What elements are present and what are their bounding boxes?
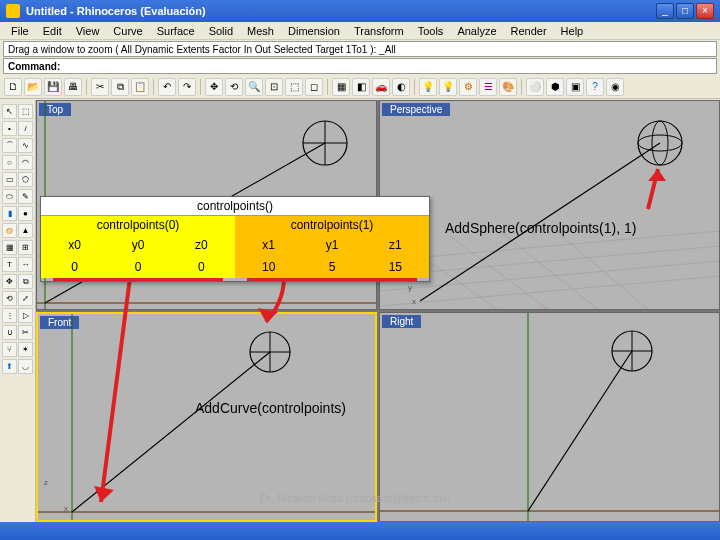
- cp0-label: controlpoints(0): [41, 216, 235, 234]
- move-icon[interactable]: ✥: [2, 274, 17, 289]
- zoom-selected-icon[interactable]: ◻: [305, 78, 323, 96]
- scale-icon[interactable]: ⤢: [18, 291, 33, 306]
- menu-analyze[interactable]: Analyze: [450, 25, 503, 37]
- pan-icon[interactable]: ✥: [205, 78, 223, 96]
- misc-icon[interactable]: ◉: [606, 78, 624, 96]
- val-x0: 0: [43, 258, 106, 276]
- hide-icon[interactable]: 💡: [439, 78, 457, 96]
- ellipse-icon[interactable]: ⬭: [2, 189, 17, 204]
- explode-icon[interactable]: ✶: [18, 342, 33, 357]
- cut-icon[interactable]: ✂: [91, 78, 109, 96]
- circle-icon[interactable]: ○: [2, 155, 17, 170]
- separator: [200, 79, 201, 95]
- layer-color-icon[interactable]: 🎨: [499, 78, 517, 96]
- window-controls: _ □ ×: [656, 3, 714, 19]
- undo-icon[interactable]: ↶: [158, 78, 176, 96]
- command-label: Command:: [4, 61, 64, 72]
- arc-icon[interactable]: ◠: [18, 155, 33, 170]
- val-z0: 0: [170, 258, 233, 276]
- menu-render[interactable]: Render: [504, 25, 554, 37]
- viewport-perspective-label: Perspective: [382, 103, 450, 116]
- render-icon[interactable]: 🚗: [372, 78, 390, 96]
- menu-tools[interactable]: Tools: [411, 25, 451, 37]
- minimize-button[interactable]: _: [656, 3, 674, 19]
- menu-dimension[interactable]: Dimension: [281, 25, 347, 37]
- svg-line-18: [648, 169, 658, 209]
- notes-icon[interactable]: ⬢: [546, 78, 564, 96]
- cylinder-icon[interactable]: ◍: [2, 223, 17, 238]
- command-input[interactable]: [64, 61, 716, 72]
- viewport-front[interactable]: Front z x: [36, 312, 377, 522]
- maximize-button[interactable]: □: [676, 3, 694, 19]
- menu-curve[interactable]: Curve: [106, 25, 149, 37]
- axis-y: y: [408, 283, 412, 292]
- copy-obj-icon[interactable]: ⧉: [18, 274, 33, 289]
- fillet-icon[interactable]: ◡: [18, 359, 33, 374]
- layers-icon[interactable]: ☰: [479, 78, 497, 96]
- point-icon[interactable]: •: [2, 121, 17, 136]
- menu-view[interactable]: View: [69, 25, 107, 37]
- curve-icon[interactable]: ∿: [18, 138, 33, 153]
- rect-icon[interactable]: ▭: [2, 172, 17, 187]
- lasso-icon[interactable]: ⬚: [18, 104, 33, 119]
- separator: [414, 79, 415, 95]
- show-icon[interactable]: 💡: [419, 78, 437, 96]
- options-icon[interactable]: ⚪: [526, 78, 544, 96]
- zoom-extents-icon[interactable]: ⊡: [265, 78, 283, 96]
- new-icon[interactable]: 🗋: [4, 78, 22, 96]
- pointer-icon[interactable]: ↖: [2, 104, 17, 119]
- extrude-icon[interactable]: ⬆: [2, 359, 17, 374]
- freeform-icon[interactable]: ✎: [18, 189, 33, 204]
- help-icon[interactable]: ?: [586, 78, 604, 96]
- menu-solid[interactable]: Solid: [202, 25, 240, 37]
- zoom-icon[interactable]: 🔍: [245, 78, 263, 96]
- val-x1: 10: [237, 258, 300, 276]
- wireframe-icon[interactable]: ▦: [332, 78, 350, 96]
- cone-icon[interactable]: ▲: [18, 223, 33, 238]
- svg-marker-19: [648, 169, 666, 181]
- text-icon[interactable]: T: [2, 257, 17, 272]
- viewport-right[interactable]: Right: [379, 312, 720, 522]
- command-line: Command:: [3, 58, 717, 74]
- zoom-window-icon[interactable]: ⬚: [285, 78, 303, 96]
- close-button[interactable]: ×: [696, 3, 714, 19]
- rotate2-icon[interactable]: ⟲: [2, 291, 17, 306]
- menu-help[interactable]: Help: [554, 25, 591, 37]
- polyline-icon[interactable]: ⌒: [2, 138, 17, 153]
- menu-edit[interactable]: Edit: [36, 25, 69, 37]
- mesh-icon[interactable]: ▦: [2, 240, 17, 255]
- svg-point-3: [303, 121, 347, 165]
- workspace: ↖⬚ •/ ⌒∿ ○◠ ▭⬠ ⬭✎ ▮● ◍▲ ▦⊞ T↔ ✥⧉ ⟲⤢ ⋮▷ ∪…: [0, 100, 720, 522]
- redo-icon[interactable]: ↷: [178, 78, 196, 96]
- menu-surface[interactable]: Surface: [150, 25, 202, 37]
- save-icon[interactable]: 💾: [44, 78, 62, 96]
- trim-icon[interactable]: ✂: [18, 325, 33, 340]
- ghost-icon[interactable]: ◐: [392, 78, 410, 96]
- open-icon[interactable]: 📂: [24, 78, 42, 96]
- menu-transform[interactable]: Transform: [347, 25, 411, 37]
- menu-file[interactable]: File: [4, 25, 36, 37]
- viewport-perspective[interactable]: Perspective z y x: [379, 100, 720, 310]
- dim-icon[interactable]: ↔: [18, 257, 33, 272]
- properties-icon[interactable]: ⚙: [459, 78, 477, 96]
- svg-point-15: [638, 121, 682, 165]
- rotate-icon[interactable]: ⟲: [225, 78, 243, 96]
- paste-icon[interactable]: 📋: [131, 78, 149, 96]
- mirror-icon[interactable]: ▷: [18, 308, 33, 323]
- menu-mesh[interactable]: Mesh: [240, 25, 281, 37]
- split-icon[interactable]: ⑂: [2, 342, 17, 357]
- shaded-icon[interactable]: ◧: [352, 78, 370, 96]
- svg-line-9: [380, 276, 720, 306]
- copy-icon[interactable]: ⧉: [111, 78, 129, 96]
- join-icon[interactable]: ∪: [2, 325, 17, 340]
- sphere-icon[interactable]: ●: [18, 206, 33, 221]
- box-icon[interactable]: ▮: [2, 206, 17, 221]
- print-icon[interactable]: 🖶: [64, 78, 82, 96]
- array-icon[interactable]: ⋮: [2, 308, 17, 323]
- cage-icon[interactable]: ⊞: [18, 240, 33, 255]
- window-title: Untitled - Rhinoceros (Evaluación): [26, 5, 656, 17]
- polygon-icon[interactable]: ⬠: [18, 172, 33, 187]
- app-icon: [6, 4, 20, 18]
- line-icon[interactable]: /: [18, 121, 33, 136]
- grid-icon[interactable]: ▣: [566, 78, 584, 96]
